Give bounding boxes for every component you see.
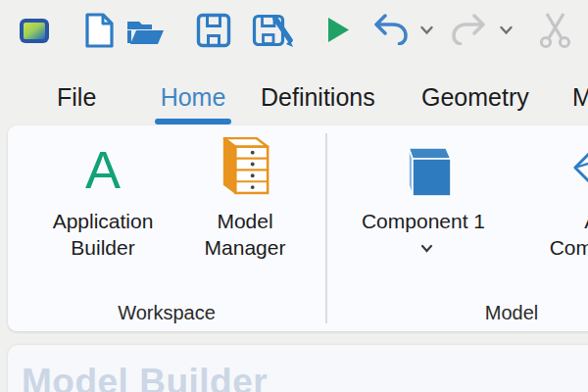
quick-access-toolbar xyxy=(0,0,588,63)
open-icon xyxy=(125,15,166,47)
model-manager-icon xyxy=(219,129,271,198)
group-label-model: Model xyxy=(327,300,588,325)
redo-dropdown-button[interactable] xyxy=(499,25,514,35)
chevron-down-icon xyxy=(419,25,434,35)
application-builder-label: Application Builder xyxy=(29,208,176,261)
tab-definitions[interactable]: Definitions xyxy=(261,80,375,114)
add-component-icon xyxy=(572,129,588,198)
model-manager-button[interactable]: Model Manager xyxy=(196,129,294,261)
new-file-button[interactable] xyxy=(82,12,115,49)
application-builder-button[interactable]: A Application Builder xyxy=(29,129,176,261)
component-cube-icon xyxy=(395,129,452,198)
letter-a-glyph: A xyxy=(85,141,121,198)
save-button[interactable] xyxy=(196,13,231,48)
app-button[interactable] xyxy=(20,18,49,44)
undo-icon xyxy=(373,14,408,45)
tab-home-label: Home xyxy=(161,83,226,111)
app-icon xyxy=(20,18,49,44)
application-builder-icon: A xyxy=(85,129,121,198)
chevron-down-icon xyxy=(499,25,514,35)
add-component-label: Add Component xyxy=(544,208,588,261)
tab-geometry[interactable]: Geometry xyxy=(421,80,529,114)
component-1-label: Component 1 xyxy=(361,208,486,261)
run-icon xyxy=(326,17,350,43)
cut-icon xyxy=(539,12,571,49)
active-tab-underline xyxy=(155,119,231,124)
run-button[interactable] xyxy=(326,17,350,43)
undo-dropdown-button[interactable] xyxy=(419,25,434,35)
new-file-icon xyxy=(82,12,115,49)
model-builder-panel: Model Builder xyxy=(8,345,588,392)
redo-button[interactable] xyxy=(452,14,486,45)
tab-home[interactable]: Home xyxy=(155,80,231,114)
cut-button[interactable] xyxy=(539,12,571,49)
add-component-button[interactable]: Add Component xyxy=(544,129,588,261)
model-builder-title: Model Builder xyxy=(22,362,268,392)
tab-file[interactable]: File xyxy=(57,80,96,114)
component-1-button[interactable]: Component 1 xyxy=(361,129,486,261)
ribbon-tab-bar: File Home Definitions Geometry Materials xyxy=(0,80,588,125)
model-manager-label: Model Manager xyxy=(196,208,294,261)
save-icon xyxy=(196,13,231,48)
group-separator xyxy=(325,133,327,323)
chevron-down-icon xyxy=(420,244,433,253)
group-label-workspace: Workspace xyxy=(8,300,325,325)
ribbon-panel: A Application Builder Model xyxy=(8,125,588,331)
undo-button[interactable] xyxy=(373,14,408,45)
comsol-window: File Home Definitions Geometry Materials… xyxy=(0,0,588,392)
redo-icon xyxy=(452,14,486,45)
save-as-button[interactable] xyxy=(252,12,294,50)
open-button[interactable] xyxy=(125,15,166,47)
tab-materials[interactable]: Materials xyxy=(572,80,588,114)
save-as-icon xyxy=(252,12,294,50)
